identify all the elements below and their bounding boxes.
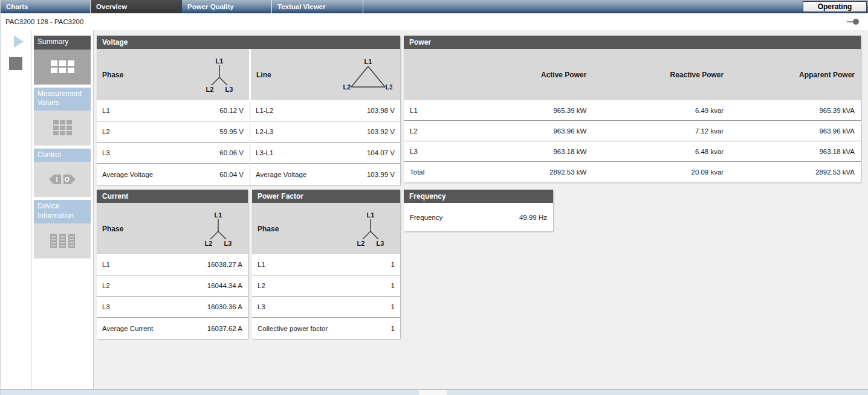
table-row: L3 963.18 kW 6.48 kvar 963.18 kVA: [404, 141, 861, 162]
breadcrumb: PAC3200 128 - PAC3200: [5, 18, 83, 25]
row-label: Total: [404, 169, 518, 176]
active-power-value: 963.96 kW: [518, 127, 586, 135]
row-label: L2: [257, 282, 265, 289]
reactive-power-value: 7.12 kvar: [586, 127, 724, 135]
panel-title: Power Factor: [252, 190, 400, 203]
table-row: Frequency 49.99 Hz: [404, 203, 553, 231]
power-panel: Power Active Power Reactive Power Appare…: [404, 36, 861, 182]
row-value: 1: [391, 325, 395, 332]
row-label: L2-L3: [256, 128, 273, 135]
sidebar-item-control[interactable]: Control I O: [34, 149, 91, 198]
summary-grid-icon: [51, 60, 74, 73]
table-row: L3-L1104.07 V: [250, 143, 400, 164]
table-row: L116038.27 A: [97, 254, 248, 275]
sidebar-item-label: Summary: [34, 36, 91, 50]
svg-text:O: O: [65, 176, 70, 183]
tab-overview[interactable]: Overview: [90, 0, 182, 13]
row-label: L3: [404, 148, 518, 155]
row-label: L3: [102, 303, 110, 310]
svg-text:L2: L2: [205, 240, 213, 246]
content-area: Summary Measurement Values Control I: [1, 30, 868, 389]
reactive-power-value: 20.09 kvar: [586, 169, 724, 176]
row-label: Average Current: [102, 325, 153, 332]
active-power-value: 965.39 kW: [518, 107, 586, 114]
left-toolbar: [1, 30, 31, 389]
sidebar-item-label: Device Information: [34, 200, 91, 223]
row-value: 1: [391, 282, 395, 289]
apparent-power-value: 965.39 kVA: [724, 107, 861, 114]
tab-label: Textual Viewer: [277, 3, 325, 10]
power-column-headers: Active Power Reactive Power Apparent Pow…: [404, 49, 861, 100]
row-label: Average Voltage: [256, 171, 306, 178]
apparent-power-value: 2892.53 kVA: [724, 169, 861, 176]
row-value: 60.12 V: [219, 107, 244, 114]
svg-text:L1: L1: [216, 57, 224, 65]
table-row: Average Voltage103.99 V: [250, 164, 400, 185]
device-info-icon: [49, 233, 76, 249]
stop-icon[interactable]: [9, 57, 22, 70]
table-row: L1-L2103.98 V: [250, 100, 400, 121]
column-header: Line: [256, 71, 271, 79]
row-label: L1-L2: [256, 107, 273, 114]
sidebar-item-label: Measurement Values: [34, 88, 91, 111]
tab-charts[interactable]: Charts: [1, 0, 90, 13]
sidebar-item-summary[interactable]: Summary: [34, 36, 91, 85]
table-row: L2 963.96 kW 7.12 kvar 963.96 kVA: [404, 121, 861, 141]
row-value: 16030.36 A: [207, 303, 242, 310]
row-label: L3: [257, 303, 265, 310]
table-row: L259.95 V: [97, 121, 249, 143]
row-value: 59.95 V: [219, 128, 244, 135]
svg-text:L2: L2: [343, 83, 351, 91]
panel-title: Current: [97, 190, 248, 203]
panel-title: Voltage: [97, 36, 400, 49]
row-value: 103.99 V: [367, 171, 395, 178]
delta-diagram-icon: L1 L2 L3: [342, 58, 392, 92]
frequency-panel: Frequency Frequency 49.99 Hz: [404, 190, 553, 231]
horizontal-scrollbar[interactable]: [1, 389, 868, 395]
column-header: Phase: [257, 225, 279, 233]
voltage-phase-section: Phase L1 L2 L3 L160.12 V L259.9: [97, 49, 249, 185]
row-value: 1: [391, 303, 395, 310]
column-header: Apparent Power: [724, 71, 861, 79]
current-panel: Current Phase L1 L2 L3 L116038.27 A: [97, 190, 248, 339]
row-label: L3-L1: [256, 149, 273, 156]
play-icon[interactable]: [14, 36, 24, 48]
svg-text:L3: L3: [377, 240, 384, 246]
row-value: 60.04 V: [219, 171, 244, 178]
sidebar: Summary Measurement Values Control I: [31, 30, 94, 389]
table-row: L2-L3103.92 V: [250, 121, 400, 143]
column-header: Active Power: [518, 71, 586, 79]
row-value: 16037.62 A: [207, 325, 242, 332]
table-row: L216044.34 A: [97, 275, 248, 297]
row-value: 104.07 V: [367, 149, 395, 156]
sidebar-item-measurement-values[interactable]: Measurement Values: [34, 88, 91, 146]
tab-textual-viewer[interactable]: Textual Viewer: [271, 0, 363, 13]
tab-power-quality[interactable]: Power Quality: [182, 0, 271, 13]
pin-toggle-icon[interactable]: [846, 18, 860, 25]
wye-diagram-icon: L1 L2 L3: [349, 211, 392, 246]
row-label: L1: [257, 261, 265, 268]
io-switch-icon: I O: [48, 173, 76, 185]
row-value: 16044.34 A: [207, 282, 242, 289]
svg-text:L3: L3: [224, 240, 232, 246]
active-power-value: 963.18 kW: [518, 148, 586, 155]
tab-label: Power Quality: [187, 3, 234, 10]
row-label: Collective power factor: [257, 325, 328, 332]
apparent-power-value: 963.18 kVA: [724, 148, 861, 155]
table-row: Total 2892.53 kW 20.09 kvar 2892.53 kVA: [404, 162, 861, 182]
row-label: L1: [404, 107, 518, 114]
svg-text:L2: L2: [357, 240, 365, 246]
row-label: L1: [102, 107, 110, 114]
table-row: L21: [252, 275, 400, 297]
sidebar-item-device-information[interactable]: Device Information: [34, 200, 91, 258]
breadcrumb-row: PAC3200 128 - PAC3200: [1, 13, 868, 30]
panel-title: Power: [404, 36, 861, 49]
row-value: 49.99 Hz: [519, 214, 547, 221]
operating-status-button[interactable]: Operating: [803, 1, 867, 12]
row-label: Average Voltage: [102, 171, 153, 178]
svg-text:I: I: [56, 176, 58, 183]
tab-label: Charts: [6, 3, 28, 10]
scrollbar-thumb[interactable]: [419, 390, 447, 395]
table-row: Collective power factor1: [252, 318, 400, 339]
sidebar-item-label: Control: [34, 149, 91, 162]
